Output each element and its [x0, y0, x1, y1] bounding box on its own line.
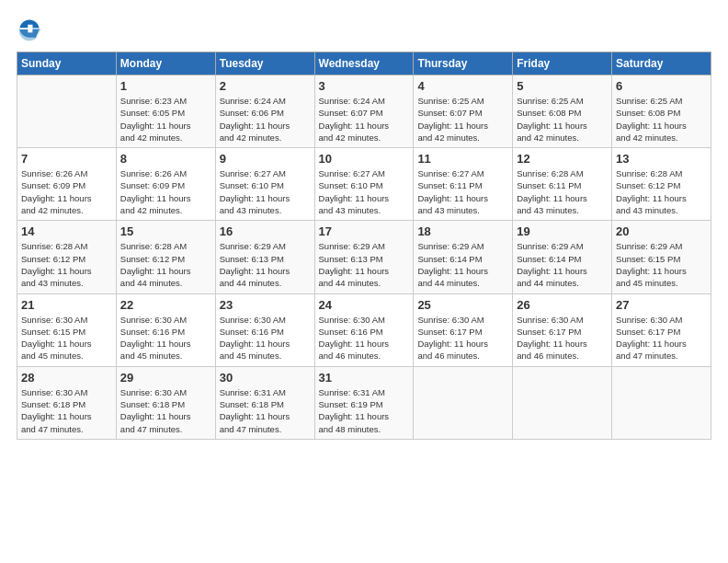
logo	[17, 17, 46, 42]
week-row-3: 14Sunrise: 6:28 AM Sunset: 6:12 PM Dayli…	[17, 221, 711, 293]
calendar-cell: 26Sunrise: 6:30 AM Sunset: 6:17 PM Dayli…	[513, 293, 612, 366]
day-number: 2	[220, 79, 311, 93]
calendar-cell: 17Sunrise: 6:29 AM Sunset: 6:13 PM Dayli…	[314, 221, 414, 293]
day-number: 8	[120, 152, 211, 166]
calendar-cell: 10Sunrise: 6:27 AM Sunset: 6:10 PM Dayli…	[314, 148, 414, 221]
calendar-cell	[17, 75, 117, 148]
calendar-cell: 18Sunrise: 6:29 AM Sunset: 6:14 PM Dayli…	[414, 221, 513, 293]
cell-details: Sunrise: 6:27 AM Sunset: 6:11 PM Dayligh…	[417, 167, 508, 216]
day-number: 4	[417, 79, 508, 93]
day-number: 28	[21, 371, 112, 385]
cell-details: Sunrise: 6:26 AM Sunset: 6:09 PM Dayligh…	[21, 167, 112, 216]
calendar-cell: 3Sunrise: 6:24 AM Sunset: 6:07 PM Daylig…	[314, 75, 414, 148]
calendar-cell: 1Sunrise: 6:23 AM Sunset: 6:05 PM Daylig…	[116, 75, 215, 148]
day-number: 29	[120, 371, 211, 385]
week-row-4: 21Sunrise: 6:30 AM Sunset: 6:15 PM Dayli…	[17, 293, 711, 366]
calendar-cell: 13Sunrise: 6:28 AM Sunset: 6:12 PM Dayli…	[612, 148, 711, 221]
cell-details: Sunrise: 6:24 AM Sunset: 6:07 PM Dayligh…	[319, 95, 410, 144]
day-number: 31	[319, 371, 410, 385]
calendar-cell: 29Sunrise: 6:30 AM Sunset: 6:18 PM Dayli…	[116, 366, 215, 439]
header-cell-thursday: Thursday	[414, 52, 513, 75]
cell-details: Sunrise: 6:30 AM Sunset: 6:18 PM Dayligh…	[120, 386, 211, 435]
calendar-cell: 5Sunrise: 6:25 AM Sunset: 6:08 PM Daylig…	[513, 75, 612, 148]
week-row-1: 1Sunrise: 6:23 AM Sunset: 6:05 PM Daylig…	[17, 75, 711, 148]
calendar-cell: 9Sunrise: 6:27 AM Sunset: 6:10 PM Daylig…	[215, 148, 314, 221]
calendar-cell: 31Sunrise: 6:31 AM Sunset: 6:19 PM Dayli…	[314, 366, 414, 439]
calendar-cell: 20Sunrise: 6:29 AM Sunset: 6:15 PM Dayli…	[612, 221, 711, 293]
header-row: SundayMondayTuesdayWednesdayThursdayFrid…	[17, 52, 711, 75]
week-row-5: 28Sunrise: 6:30 AM Sunset: 6:18 PM Dayli…	[17, 366, 711, 439]
cell-details: Sunrise: 6:31 AM Sunset: 6:19 PM Dayligh…	[319, 386, 410, 435]
calendar-cell	[414, 366, 513, 439]
day-number: 1	[120, 79, 211, 93]
calendar-cell: 14Sunrise: 6:28 AM Sunset: 6:12 PM Dayli…	[17, 221, 117, 293]
cell-details: Sunrise: 6:29 AM Sunset: 6:13 PM Dayligh…	[220, 240, 311, 289]
calendar-cell: 21Sunrise: 6:30 AM Sunset: 6:15 PM Dayli…	[17, 293, 117, 366]
header-cell-saturday: Saturday	[612, 52, 711, 75]
day-number: 12	[517, 152, 608, 166]
day-number: 10	[319, 152, 410, 166]
day-number: 6	[616, 79, 707, 93]
day-number: 11	[417, 152, 508, 166]
logo-icon	[17, 17, 42, 42]
calendar-cell: 12Sunrise: 6:28 AM Sunset: 6:11 PM Dayli…	[513, 148, 612, 221]
calendar-table: SundayMondayTuesdayWednesdayThursdayFrid…	[17, 52, 711, 440]
cell-details: Sunrise: 6:26 AM Sunset: 6:09 PM Dayligh…	[120, 167, 211, 216]
day-number: 16	[220, 224, 311, 238]
cell-details: Sunrise: 6:30 AM Sunset: 6:15 PM Dayligh…	[21, 314, 112, 362]
calendar-cell: 28Sunrise: 6:30 AM Sunset: 6:18 PM Dayli…	[17, 366, 117, 439]
day-number: 25	[417, 298, 508, 312]
cell-details: Sunrise: 6:25 AM Sunset: 6:07 PM Dayligh…	[417, 95, 508, 144]
day-number: 13	[616, 152, 707, 166]
day-number: 17	[319, 224, 410, 238]
day-number: 27	[616, 298, 707, 312]
header-cell-tuesday: Tuesday	[215, 52, 314, 75]
calendar-cell: 8Sunrise: 6:26 AM Sunset: 6:09 PM Daylig…	[116, 148, 215, 221]
cell-details: Sunrise: 6:25 AM Sunset: 6:08 PM Dayligh…	[616, 95, 707, 144]
cell-details: Sunrise: 6:30 AM Sunset: 6:16 PM Dayligh…	[319, 314, 410, 362]
day-number: 3	[319, 79, 410, 93]
calendar-cell: 7Sunrise: 6:26 AM Sunset: 6:09 PM Daylig…	[17, 148, 117, 221]
calendar-cell: 6Sunrise: 6:25 AM Sunset: 6:08 PM Daylig…	[612, 75, 711, 148]
cell-details: Sunrise: 6:27 AM Sunset: 6:10 PM Dayligh…	[319, 167, 410, 216]
calendar-cell: 4Sunrise: 6:25 AM Sunset: 6:07 PM Daylig…	[414, 75, 513, 148]
cell-details: Sunrise: 6:29 AM Sunset: 6:14 PM Dayligh…	[417, 240, 508, 289]
day-number: 30	[220, 371, 311, 385]
day-number: 15	[120, 224, 211, 238]
week-row-2: 7Sunrise: 6:26 AM Sunset: 6:09 PM Daylig…	[17, 148, 711, 221]
header	[17, 17, 711, 42]
cell-details: Sunrise: 6:28 AM Sunset: 6:11 PM Dayligh…	[517, 167, 608, 216]
cell-details: Sunrise: 6:25 AM Sunset: 6:08 PM Dayligh…	[517, 95, 608, 144]
cell-details: Sunrise: 6:29 AM Sunset: 6:13 PM Dayligh…	[319, 240, 410, 289]
calendar-cell: 19Sunrise: 6:29 AM Sunset: 6:14 PM Dayli…	[513, 221, 612, 293]
cell-details: Sunrise: 6:28 AM Sunset: 6:12 PM Dayligh…	[616, 167, 707, 216]
header-cell-wednesday: Wednesday	[314, 52, 414, 75]
cell-details: Sunrise: 6:27 AM Sunset: 6:10 PM Dayligh…	[220, 167, 311, 216]
cell-details: Sunrise: 6:28 AM Sunset: 6:12 PM Dayligh…	[21, 240, 112, 289]
calendar-cell: 25Sunrise: 6:30 AM Sunset: 6:17 PM Dayli…	[414, 293, 513, 366]
header-cell-friday: Friday	[513, 52, 612, 75]
cell-details: Sunrise: 6:30 AM Sunset: 6:17 PM Dayligh…	[616, 314, 707, 362]
day-number: 19	[517, 224, 608, 238]
day-number: 7	[21, 152, 112, 166]
calendar-cell: 27Sunrise: 6:30 AM Sunset: 6:17 PM Dayli…	[612, 293, 711, 366]
cell-details: Sunrise: 6:23 AM Sunset: 6:05 PM Dayligh…	[120, 95, 211, 144]
calendar-cell: 15Sunrise: 6:28 AM Sunset: 6:12 PM Dayli…	[116, 221, 215, 293]
day-number: 23	[220, 298, 311, 312]
calendar-cell	[513, 366, 612, 439]
calendar-cell: 16Sunrise: 6:29 AM Sunset: 6:13 PM Dayli…	[215, 221, 314, 293]
cell-details: Sunrise: 6:30 AM Sunset: 6:17 PM Dayligh…	[417, 314, 508, 362]
header-cell-sunday: Sunday	[17, 52, 117, 75]
day-number: 18	[417, 224, 508, 238]
header-cell-monday: Monday	[116, 52, 215, 75]
cell-details: Sunrise: 6:29 AM Sunset: 6:15 PM Dayligh…	[616, 240, 707, 289]
day-number: 20	[616, 224, 707, 238]
day-number: 22	[120, 298, 211, 312]
calendar-cell: 23Sunrise: 6:30 AM Sunset: 6:16 PM Dayli…	[215, 293, 314, 366]
calendar-cell: 24Sunrise: 6:30 AM Sunset: 6:16 PM Dayli…	[314, 293, 414, 366]
day-number: 14	[21, 224, 112, 238]
page: SundayMondayTuesdayWednesdayThursdayFrid…	[0, 0, 728, 449]
cell-details: Sunrise: 6:30 AM Sunset: 6:17 PM Dayligh…	[517, 314, 608, 362]
cell-details: Sunrise: 6:30 AM Sunset: 6:16 PM Dayligh…	[220, 314, 311, 362]
cell-details: Sunrise: 6:31 AM Sunset: 6:18 PM Dayligh…	[220, 386, 311, 435]
